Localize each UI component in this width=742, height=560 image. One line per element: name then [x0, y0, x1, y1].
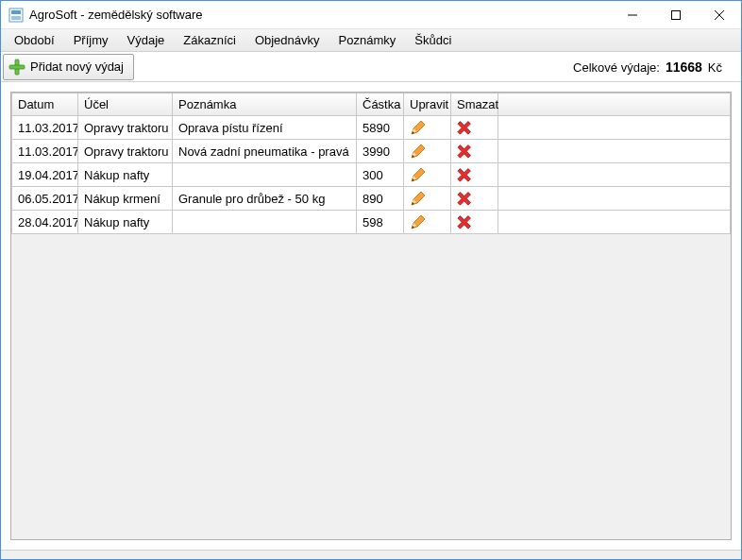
cell-purpose: Opravy traktoru [78, 116, 173, 140]
expenses-table: Datum Účel Poznámka Částka Upravit Smaza… [11, 93, 731, 234]
cell-amount: 598 [357, 211, 404, 234]
add-expense-label: Přidat nový výdaj [30, 59, 124, 74]
col-header-edit[interactable]: Upravit [404, 93, 451, 116]
table-row[interactable]: 06.05.2017Nákup krmeníGranule pro drůbež… [12, 187, 731, 211]
total-value: 11668 [666, 59, 702, 75]
cell-rest [498, 187, 731, 211]
cell-note [173, 211, 357, 234]
delete-icon [457, 143, 492, 160]
menu-objednavky[interactable]: Objednávky [245, 30, 329, 50]
menu-obdobi[interactable]: Období [5, 30, 64, 50]
delete-icon [457, 119, 492, 136]
expenses-grid: Datum Účel Poznámka Částka Upravit Smaza… [10, 92, 732, 540]
cell-amount: 890 [357, 187, 404, 211]
cell-rest [498, 116, 731, 140]
total-currency: Kč [708, 60, 722, 75]
menubar: Období Příjmy Výdaje Zákazníci Objednávk… [1, 29, 741, 52]
delete-button[interactable] [451, 211, 498, 234]
minimize-button[interactable] [611, 1, 654, 29]
col-header-purpose[interactable]: Účel [78, 93, 173, 116]
col-header-date[interactable]: Datum [12, 93, 78, 116]
total-expenses: Celkové výdaje: 11668 Kč [573, 59, 741, 75]
col-header-note[interactable]: Poznámka [173, 93, 357, 116]
edit-button[interactable] [404, 187, 451, 211]
edit-button[interactable] [404, 116, 451, 140]
cell-rest [498, 211, 731, 234]
delete-button[interactable] [451, 116, 498, 140]
cell-purpose: Nákup nafty [78, 211, 173, 234]
cell-rest [498, 163, 731, 187]
cell-note [173, 163, 357, 187]
window-title: AgroSoft - zemědělský software [29, 8, 203, 22]
pencil-icon [410, 166, 445, 183]
edit-button[interactable] [404, 140, 451, 163]
edit-button[interactable] [404, 211, 451, 234]
cell-amount: 300 [357, 163, 404, 187]
svg-rect-2 [11, 16, 21, 20]
delete-icon [457, 190, 492, 207]
grid-empty-area [11, 234, 731, 536]
menu-prijmy[interactable]: Příjmy [64, 30, 118, 50]
total-label: Celkové výdaje: [573, 60, 660, 75]
delete-button[interactable] [451, 140, 498, 163]
col-header-rest [498, 93, 731, 116]
pencil-icon [410, 119, 445, 136]
pencil-icon [410, 213, 445, 230]
cell-amount: 5890 [357, 116, 404, 140]
cell-note: Nová zadní pneumatika - pravá [173, 140, 357, 163]
table-row[interactable]: 11.03.2017Opravy traktoruOprava pístu ří… [12, 116, 731, 140]
plus-icon [8, 58, 26, 76]
delete-button[interactable] [451, 187, 498, 211]
col-header-delete[interactable]: Smazat [451, 93, 498, 116]
svg-rect-8 [9, 65, 25, 69]
table-row[interactable]: 11.03.2017Opravy traktoruNová zadní pneu… [12, 140, 731, 163]
cell-date: 06.05.2017 [12, 187, 78, 211]
cell-date: 19.04.2017 [12, 163, 78, 187]
pencil-icon [410, 143, 445, 160]
cell-date: 11.03.2017 [12, 116, 78, 140]
maximize-button[interactable] [654, 1, 698, 29]
delete-icon [457, 213, 492, 230]
cell-note: Oprava pístu řízení [173, 116, 357, 140]
cell-note: Granule pro drůbež - 50 kg [173, 187, 357, 211]
table-row[interactable]: 28.04.2017Nákup nafty598 [12, 211, 731, 234]
app-icon [8, 8, 24, 23]
content-area: Datum Účel Poznámka Částka Upravit Smaza… [1, 82, 741, 550]
delete-icon [457, 166, 492, 183]
toolbar: Přidat nový výdaj Celkové výdaje: 11668 … [1, 52, 741, 82]
cell-date: 28.04.2017 [12, 211, 78, 234]
cell-purpose: Nákup nafty [78, 163, 173, 187]
cell-purpose: Nákup krmení [78, 187, 173, 211]
menu-vydaje[interactable]: Výdaje [118, 30, 175, 50]
pencil-icon [410, 190, 445, 207]
titlebar: AgroSoft - zemědělský software [1, 1, 741, 29]
app-window: AgroSoft - zemědělský software Období Př… [0, 0, 742, 560]
cell-date: 11.03.2017 [12, 140, 78, 163]
menu-zakaznici[interactable]: Zákazníci [174, 30, 245, 50]
statusbar [1, 550, 741, 559]
cell-amount: 3990 [357, 140, 404, 163]
edit-button[interactable] [404, 163, 451, 187]
table-row[interactable]: 19.04.2017Nákup nafty300 [12, 163, 731, 187]
col-header-amount[interactable]: Částka [357, 93, 404, 116]
delete-button[interactable] [451, 163, 498, 187]
menu-poznamky[interactable]: Poznámky [329, 30, 406, 50]
svg-rect-1 [11, 10, 21, 14]
cell-purpose: Opravy traktoru [78, 140, 173, 163]
svg-rect-4 [672, 10, 681, 19]
close-button[interactable] [698, 1, 741, 29]
cell-rest [498, 140, 731, 163]
add-expense-button[interactable]: Přidat nový výdaj [3, 54, 134, 80]
menu-skudci[interactable]: Škůdci [405, 30, 461, 50]
table-header-row: Datum Účel Poznámka Částka Upravit Smaza… [12, 93, 731, 116]
